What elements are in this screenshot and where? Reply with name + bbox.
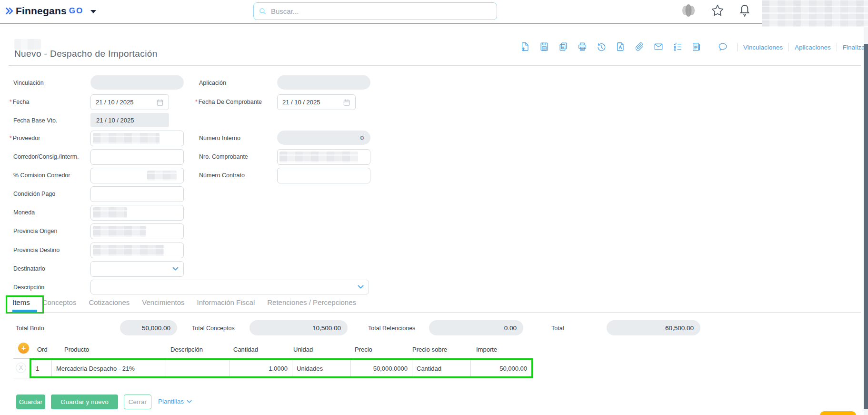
checklist-icon[interactable] (672, 41, 683, 52)
tabs-separator (7, 312, 861, 313)
col-header-descripcion: Descripción (170, 346, 203, 353)
field-label-fecha-base: Fecha Base Vto. (13, 117, 57, 124)
guardar-button[interactable]: Guardar (16, 395, 45, 409)
app-window: Finnegans GO (0, 0, 868, 415)
cell-precio-sobre[interactable]: Cantidad (412, 360, 471, 376)
total-label: Total (551, 325, 564, 332)
scrollbar-thumb[interactable] (864, 44, 868, 409)
vinculaciones-link[interactable]: Vinculaciones (738, 44, 788, 51)
required-asterisk: * (10, 135, 12, 142)
destinatario-select[interactable] (90, 261, 184, 277)
cell-ord[interactable]: 1 (31, 360, 52, 376)
notifications-bell-icon[interactable] (738, 3, 751, 18)
total-retenciones-value: 0.00 (429, 320, 523, 335)
page-title: Nuevo - Despacho de Importación (14, 49, 158, 59)
corredor-input[interactable] (90, 149, 184, 165)
col-header-precio-sobre: Precio sobre (412, 346, 447, 353)
cell-descripcion[interactable] (166, 360, 229, 376)
text-document-icon[interactable] (615, 41, 626, 52)
provincia-destino-input[interactable] (90, 243, 184, 258)
report-icon[interactable] (691, 41, 702, 52)
proveedor-input[interactable] (90, 131, 184, 146)
cell-importe[interactable]: 50,000.00 (471, 360, 531, 376)
col-header-importe: Importe (476, 346, 497, 353)
app-logo[interactable]: Finnegans GO (5, 5, 96, 17)
cell-precio[interactable]: 50,000.0000 (351, 360, 412, 376)
condicion-pago-input[interactable] (90, 186, 184, 202)
fecha-input[interactable]: 21 / 10 / 2025 (90, 94, 169, 110)
field-label-numero-contrato: Número Contrato (199, 172, 245, 179)
calendar-icon[interactable] (156, 99, 164, 106)
add-row-button[interactable]: + (18, 343, 29, 354)
help-fab-button[interactable] (820, 411, 856, 415)
logo-chevrons-icon (5, 6, 14, 16)
chevron-down-icon (358, 285, 364, 289)
field-label-nro-comprobante: Nro. Comprobante (199, 153, 248, 160)
redacted-user-area (762, 0, 868, 27)
row-separator (13, 378, 30, 378)
total-bruto-value: 50,000.00 (120, 320, 177, 335)
plantillas-menu[interactable]: Plantillas (158, 398, 192, 405)
field-label-aplicacion: Aplicación (199, 80, 226, 86)
cell-cantidad[interactable]: 1.0000 (229, 360, 292, 376)
redacted-moneda-value (93, 207, 127, 218)
redacted-provincia-origen-value (93, 226, 146, 237)
apps-icon[interactable] (680, 3, 697, 18)
field-label-provincia-destino: Provincia Destino (13, 247, 60, 253)
history-icon[interactable] (596, 41, 607, 52)
attachment-icon[interactable] (634, 41, 645, 52)
field-label-corredor: Corredor/Consig./Interm. (13, 153, 79, 160)
tab-informacion-fiscal[interactable]: Información Fiscal (197, 298, 255, 311)
new-document-icon[interactable] (520, 41, 530, 52)
cell-producto[interactable]: Mercaderia Despacho - 21% (52, 360, 166, 376)
brand-name: Finnegans (16, 5, 67, 17)
descripcion-select[interactable] (90, 280, 369, 294)
tab-conceptos[interactable]: Conceptos (42, 298, 77, 311)
delete-row-button[interactable]: X (16, 363, 26, 373)
row-separator (13, 358, 30, 359)
redacted-nro-comprobante-value (279, 152, 358, 162)
copy-icon[interactable] (558, 41, 569, 52)
comision-corredor-input[interactable] (90, 168, 184, 183)
provincia-origen-input[interactable] (90, 223, 184, 239)
total-retenciones-label: Total Retenciones (368, 325, 415, 332)
favorites-star-icon[interactable] (710, 3, 725, 18)
numero-contrato-input[interactable] (277, 168, 370, 183)
tab-cotizaciones[interactable]: Cotizaciones (89, 298, 130, 311)
col-header-producto: Producto (64, 346, 89, 353)
col-header-cantidad: Cantidad (233, 346, 258, 353)
field-label-vinculacion: Vinculación (13, 80, 44, 86)
fecha-value: 21 / 10 / 2025 (96, 99, 134, 106)
tab-retenciones-percepciones[interactable]: Retenciones / Percepciones (267, 298, 356, 311)
cell-unidad[interactable]: Unidades (292, 360, 351, 376)
document-toolbar (520, 41, 728, 52)
field-label-fecha-comprobante: *Fecha De Comprobante (195, 99, 262, 105)
field-label-provincia-origen: Provincia Origen (13, 228, 57, 234)
required-asterisk: * (10, 99, 12, 105)
cerrar-button[interactable]: Cerrar (124, 395, 151, 409)
fecha-base-field: 21 / 10 / 2025 (90, 113, 169, 127)
global-search[interactable] (253, 2, 497, 20)
field-label-moneda: Moneda (13, 209, 35, 216)
fecha-comprobante-input[interactable]: 21 / 10 / 2025 (277, 94, 356, 110)
save-icon[interactable] (539, 41, 549, 52)
col-header-precio: Precio (355, 346, 372, 353)
nro-comprobante-input[interactable] (277, 149, 370, 165)
brand-suffix: GO (69, 6, 83, 16)
moneda-input[interactable] (90, 205, 184, 221)
redacted-proveedor-value (93, 133, 160, 144)
tab-items[interactable]: Items (12, 298, 30, 311)
table-row[interactable]: 1 Mercaderia Despacho - 21% 1.0000 Unida… (30, 358, 533, 378)
active-tab-indicator (12, 310, 37, 312)
fecha-comprobante-value: 21 / 10 / 2025 (282, 99, 320, 106)
print-icon[interactable] (577, 41, 588, 52)
guardar-y-nuevo-button[interactable]: Guardar y nuevo (51, 395, 118, 409)
workspace-chevron-down-icon[interactable] (90, 10, 96, 13)
comment-icon[interactable] (717, 41, 728, 52)
vinculacion-field (90, 75, 184, 90)
mail-icon[interactable] (653, 41, 664, 52)
aplicaciones-link[interactable]: Aplicaciones (789, 44, 837, 51)
tab-vencimientos[interactable]: Vencimientos (142, 298, 184, 311)
search-input[interactable] (271, 7, 492, 15)
calendar-icon[interactable] (343, 99, 350, 106)
